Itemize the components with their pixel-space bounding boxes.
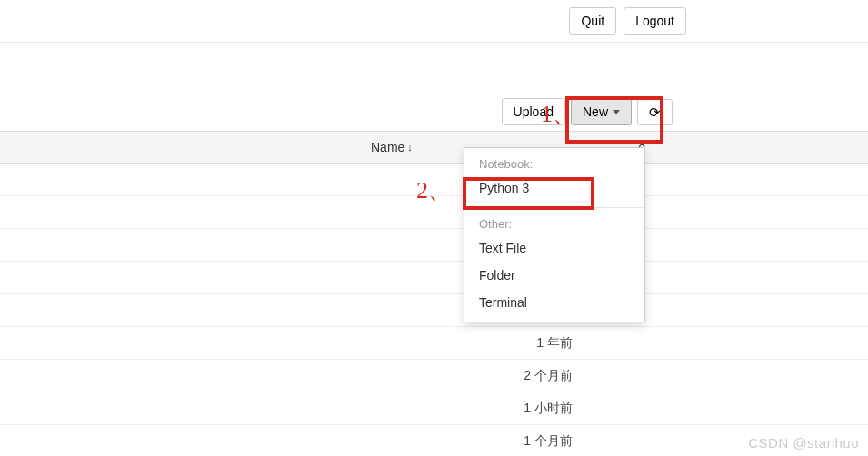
caret-down-icon [613,110,620,114]
list-header: Name ↓ e [0,131,868,164]
list-item[interactable] [0,229,868,262]
last-modified: 1 年前 [536,335,573,352]
list-item[interactable] [0,294,868,327]
new-dropdown-menu: Notebook: Python 3 Other: Text File Fold… [464,147,645,322]
menu-item-python3[interactable]: Python 3 [464,174,644,202]
list-item[interactable]: 2 个月前 [0,360,868,392]
menu-item-terminal[interactable]: Terminal [464,289,644,316]
last-modified: 1 个月前 [524,433,573,450]
top-bar: Quit Logout [0,0,868,43]
list-item[interactable]: 1 小时前 [0,392,868,425]
name-label: Name [371,140,404,154]
notebook-section-label: Notebook: [464,154,644,174]
refresh-button[interactable]: ⟳ [637,99,673,125]
list-item[interactable]: 1 个月前 [0,425,868,456]
quit-button[interactable]: Quit [569,7,616,35]
sort-arrow-icon: ↓ [407,142,413,153]
last-modified: 1 小时前 [524,401,573,417]
annotation-label-2: 2、 [416,174,452,206]
spacer [0,43,868,93]
menu-divider [464,207,644,208]
menu-item-text-file[interactable]: Text File [464,234,644,262]
watermark: CSDN @stanhuo [748,435,859,451]
new-button[interactable]: New [571,98,632,125]
list-item[interactable] [0,262,868,294]
refresh-icon: ⟳ [649,105,661,119]
logout-button[interactable]: Logout [624,7,686,35]
new-button-label: New [583,104,608,119]
name-column-header[interactable]: Name ↓ [371,140,413,154]
toolbar: Upload New ⟳ [0,93,868,131]
menu-item-folder[interactable]: Folder [464,262,644,289]
annotation-label-1: 1、 [541,98,576,130]
other-section-label: Other: [464,213,644,234]
list-item[interactable]: 1 年前 [0,327,868,360]
last-modified: 2 个月前 [524,368,573,384]
